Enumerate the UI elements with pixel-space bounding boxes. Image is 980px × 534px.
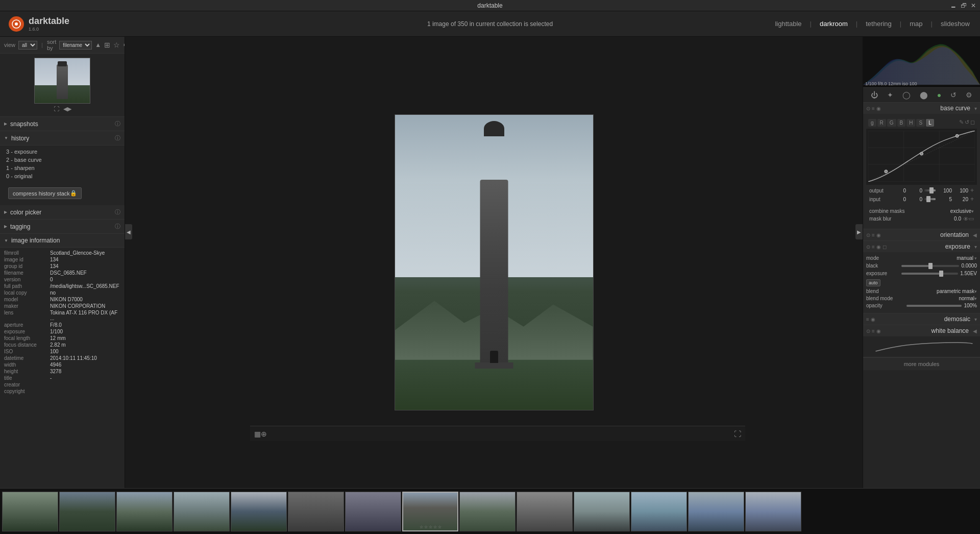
more-modules-button[interactable]: more modules bbox=[863, 357, 980, 370]
ch-tab-g[interactable]: g bbox=[868, 119, 876, 127]
nav-lighttable[interactable]: lighttable bbox=[773, 19, 803, 29]
wb-enable-icon[interactable]: ⊙ bbox=[866, 328, 870, 334]
exp-preset-icon[interactable]: ◉ bbox=[876, 244, 881, 250]
auto-button[interactable]: auto bbox=[866, 279, 880, 286]
wb-preset-icon[interactable]: ◉ bbox=[876, 328, 881, 334]
snapshots-section[interactable]: ▶ snapshots ⓘ bbox=[0, 117, 125, 131]
ch-tab-B[interactable]: B bbox=[897, 119, 906, 127]
tagging-info-icon[interactable]: ⓘ bbox=[115, 223, 120, 230]
history-info-icon[interactable]: ⓘ bbox=[115, 134, 120, 142]
close-button[interactable]: ✕ bbox=[971, 2, 976, 9]
filmstrip-thumb-1[interactable] bbox=[2, 492, 58, 531]
settings-icon[interactable]: ⚙ bbox=[966, 91, 972, 99]
demosaic-arrow[interactable]: ▾ bbox=[974, 317, 977, 322]
compress-history-button[interactable]: compress history stack 🔒 bbox=[8, 187, 82, 199]
ch-tab-H[interactable]: H bbox=[906, 119, 915, 127]
exp-settings-icon[interactable]: ≡ bbox=[872, 244, 875, 250]
bc-settings-icon[interactable]: ≡ bbox=[872, 106, 875, 111]
filmstrip-grid-icon[interactable]: ▦ bbox=[254, 430, 261, 438]
filmstrip-thumb-9[interactable] bbox=[459, 492, 516, 531]
star-icon2[interactable]: ✦ bbox=[887, 91, 893, 99]
expand-thumb-icon[interactable]: ⛶ bbox=[54, 106, 59, 112]
filmstrip-thumb-6[interactable] bbox=[288, 492, 344, 531]
wb-settings-icon[interactable]: ≡ bbox=[872, 328, 875, 334]
image-info-section-header[interactable]: ▼ image information bbox=[0, 234, 125, 248]
ch-tab-G[interactable]: G bbox=[887, 119, 896, 127]
minimize-button[interactable]: 🗕 bbox=[950, 2, 957, 9]
bc-hide-icon[interactable]: ◻ bbox=[970, 119, 975, 127]
nav-arrows-icon[interactable]: ◀▶ bbox=[63, 106, 71, 112]
view-select[interactable]: all bbox=[18, 41, 37, 50]
nav-slideshow[interactable]: slideshow bbox=[939, 19, 972, 29]
expand-icon[interactable]: ⛶ bbox=[734, 430, 741, 438]
filmstrip-thumb-2[interactable] bbox=[59, 492, 115, 531]
sort-direction-icon[interactable]: ▲ bbox=[95, 41, 101, 48]
filmstrip-thumb-3[interactable] bbox=[116, 492, 173, 531]
ch-tab-S[interactable]: S bbox=[916, 119, 925, 127]
filmstrip-thumb-5[interactable] bbox=[231, 492, 287, 531]
filmstrip-thumb-4[interactable] bbox=[174, 492, 230, 531]
ori-preset-icon[interactable]: ◉ bbox=[876, 232, 881, 238]
nav-map[interactable]: map bbox=[908, 19, 924, 29]
ori-settings-icon[interactable]: ≡ bbox=[872, 232, 875, 238]
filmstrip-thumb-13[interactable] bbox=[688, 492, 744, 531]
blend-arrow[interactable]: ▾ bbox=[974, 289, 977, 294]
refresh-icon[interactable]: ↺ bbox=[950, 91, 957, 99]
history-item-basecurve[interactable]: 2 - base curve bbox=[4, 156, 120, 164]
thumbnail-image[interactable] bbox=[34, 58, 90, 104]
output-add-icon[interactable]: + bbox=[970, 187, 974, 194]
nav-darkroom[interactable]: darkroom bbox=[818, 19, 850, 29]
sort-select[interactable]: filename bbox=[59, 41, 92, 50]
bc-preset-icon[interactable]: ◉ bbox=[876, 106, 881, 111]
grid-icon[interactable]: ⊞ bbox=[104, 41, 110, 49]
bc-enable-icon[interactable]: ⊙ bbox=[866, 106, 870, 111]
filmstrip-share-icon[interactable]: ⊕ bbox=[261, 430, 267, 438]
ori-enable-icon[interactable]: ⊙ bbox=[866, 232, 870, 238]
ch-tab-R[interactable]: R bbox=[877, 119, 886, 127]
base-curve-arrow[interactable]: ▾ bbox=[974, 106, 977, 111]
exposure-arrow[interactable]: ▾ bbox=[974, 244, 977, 250]
filmstrip-thumb-10[interactable] bbox=[517, 492, 573, 531]
history-item-original[interactable]: 0 - original bbox=[4, 172, 120, 180]
bc-reset-icon[interactable]: ↺ bbox=[965, 119, 969, 127]
star-icon[interactable]: ☆ bbox=[113, 41, 120, 49]
history-item-exposure[interactable]: 3 - exposure bbox=[4, 148, 120, 156]
main-image-area[interactable] bbox=[125, 37, 863, 488]
orientation-arrow[interactable]: ◀ bbox=[973, 232, 977, 238]
white-balance-arrow[interactable]: ◀ bbox=[973, 328, 977, 334]
dem-settings-icon[interactable]: ◉ bbox=[871, 317, 875, 322]
left-panel-collapse-button[interactable]: ◀ bbox=[125, 224, 132, 239]
blend-mode-arrow[interactable]: ▾ bbox=[974, 296, 977, 301]
power-icon[interactable]: ⏻ bbox=[871, 91, 878, 99]
green-dot-icon[interactable]: ● bbox=[937, 91, 941, 99]
mode-arrow[interactable]: ▾ bbox=[974, 256, 977, 261]
exposure-slider[interactable] bbox=[901, 273, 958, 275]
history-item-sharpen[interactable]: 1 - sharpen bbox=[4, 164, 120, 172]
filmstrip-thumb-8-active[interactable]: ☆ ☆ ☆ ☆ ☆ bbox=[402, 492, 458, 531]
nav-tethering[interactable]: tethering bbox=[864, 19, 894, 29]
right-panel-collapse-button[interactable]: ▶ bbox=[855, 224, 863, 239]
exp-extra-icon[interactable]: ◻ bbox=[883, 244, 887, 250]
color-picker-section[interactable]: ▶ color picker ⓘ bbox=[0, 205, 125, 220]
filmstrip-thumb-7[interactable] bbox=[345, 492, 401, 531]
color-picker-info-icon[interactable]: ⓘ bbox=[115, 208, 120, 216]
input-add-icon[interactable]: + bbox=[970, 196, 974, 203]
filmstrip-thumb-14[interactable] bbox=[745, 492, 801, 531]
combine-masks-arrow[interactable]: ▾ bbox=[971, 209, 974, 214]
ch-tab-L[interactable]: L bbox=[926, 119, 934, 127]
opacity-slider[interactable] bbox=[906, 305, 962, 307]
maximize-button[interactable]: 🗗 bbox=[961, 2, 967, 9]
exp-enable-icon[interactable]: ⊙ bbox=[866, 244, 870, 250]
snapshots-info-icon[interactable]: ⓘ bbox=[115, 120, 120, 128]
mask-blur-rect-icon[interactable]: ▭ bbox=[969, 215, 974, 222]
bc-edit-icon[interactable]: ✎ bbox=[959, 119, 964, 127]
input-bar[interactable] bbox=[924, 198, 936, 200]
black-slider[interactable] bbox=[901, 265, 959, 267]
dem-enable-icon[interactable]: ≡ bbox=[866, 317, 869, 322]
filmstrip-thumb-12[interactable] bbox=[631, 492, 687, 531]
circle-icon[interactable]: ◯ bbox=[902, 91, 911, 99]
tagging-section[interactable]: ▶ tagging ⓘ bbox=[0, 220, 125, 234]
mask-blur-eye-icon[interactable]: 👁 bbox=[963, 216, 969, 222]
circle2-icon[interactable]: ⬤ bbox=[920, 91, 928, 99]
history-section-header[interactable]: ▼ history ⓘ bbox=[0, 131, 125, 145]
